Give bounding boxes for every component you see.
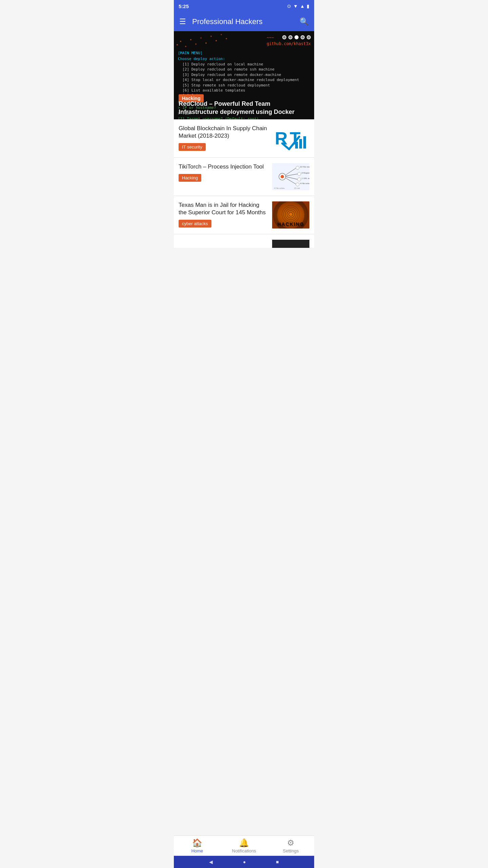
- svg-text:1 URL access: 1 URL access: [302, 177, 309, 179]
- article-thumb-3: HACKING: [272, 201, 309, 229]
- list-item[interactable]: Global Blockchain In Supply Chain Market…: [174, 119, 314, 158]
- svg-text:8 Registry key accesses: 8 Registry key accesses: [302, 172, 309, 174]
- article-content-1: Global Blockchain In Supply Chain Market…: [179, 125, 268, 151]
- app-title: Professional Hackers: [192, 17, 300, 26]
- dot-3: [294, 35, 299, 39]
- article-list: Global Blockchain In Supply Chain Market…: [174, 119, 314, 248]
- svg-point-38: [284, 207, 298, 221]
- svg-text:15 net: 15 net: [294, 187, 300, 189]
- rt-logo-svg: R T: [272, 125, 309, 152]
- svg-text:10 File reads: 10 File reads: [300, 166, 309, 168]
- svg-point-5: [200, 37, 202, 39]
- article-content-2: TikiTorch – Process Injection Tool Hacki…: [179, 163, 268, 182]
- list-item[interactable]: Texas Man is in Jail for Hacking the Sup…: [174, 196, 314, 234]
- svg-point-7: [210, 36, 212, 37]
- hacking-svg: HACKING: [272, 201, 309, 229]
- svg-point-3: [190, 39, 191, 40]
- terminal-choose: Choose deploy action:: [178, 56, 310, 62]
- status-bar: 5:25 ⊙ ▼ ▲ ▮: [174, 0, 314, 12]
- svg-point-1: [180, 41, 181, 42]
- hacking-image: HACKING: [272, 201, 309, 229]
- svg-rect-14: [295, 142, 298, 149]
- svg-point-27: [296, 183, 299, 186]
- list-item-partial: [174, 234, 314, 248]
- article-thumb-1: R T: [272, 125, 309, 152]
- hero-title: RedCloud – Powerful Red Team Infrastruct…: [179, 100, 309, 116]
- battery-icon: ▮: [307, 3, 309, 9]
- svg-point-10: [226, 38, 227, 39]
- svg-point-2: [185, 46, 186, 47]
- app-bar: ☰ Professional Hackers 🔍: [174, 12, 314, 31]
- search-icon[interactable]: 🔍: [300, 17, 309, 26]
- article-tag-1[interactable]: IT security: [179, 143, 206, 151]
- dot-2: [288, 35, 292, 39]
- svg-point-19: [281, 175, 284, 178]
- svg-rect-41: [272, 240, 309, 248]
- dot-1: [282, 35, 286, 39]
- article-thumb-2: 10 File reads 8 Registry key accesses 1 …: [272, 163, 309, 190]
- hero-banner[interactable]: ~~~github.com/khast3x [MAIN MENU] Choose…: [174, 31, 314, 119]
- svg-rect-15: [299, 139, 302, 149]
- list-item[interactable]: TikiTorch – Process Injection Tool Hacki…: [174, 158, 314, 196]
- status-icons: ⊙ ▼ ▲ ▮: [287, 3, 309, 9]
- article-content-3: Texas Man is in Jail for Hacking the Sup…: [179, 201, 268, 228]
- svg-rect-34: [272, 201, 309, 229]
- menu-icon[interactable]: ☰: [179, 17, 186, 26]
- svg-text:HACKING: HACKING: [277, 221, 304, 227]
- partial-thumb: [272, 240, 309, 248]
- svg-rect-16: [303, 136, 306, 149]
- terminal-user: [?] Target username? (Default: root): [178, 116, 310, 119]
- terminal-options: [1] Deploy redcloud on local machine [2]…: [178, 62, 310, 98]
- svg-point-35: [289, 212, 293, 216]
- partial-svg: [272, 240, 309, 248]
- svg-point-39: [282, 205, 300, 223]
- svg-point-4: [195, 43, 197, 45]
- scatter-decoration: [174, 31, 314, 52]
- wifi-icon: ▼: [293, 3, 298, 9]
- tikitorch-svg: 10 File reads 8 Registry key accesses 1 …: [272, 163, 309, 190]
- article-title-1: Global Blockchain In Supply Chain Market…: [179, 125, 268, 140]
- at-icon: ⊙: [287, 3, 291, 9]
- svg-point-37: [285, 209, 296, 220]
- svg-point-24: [296, 166, 299, 170]
- svg-point-25: [298, 172, 301, 176]
- signal-icon: ▲: [300, 3, 305, 9]
- hero-dots: [282, 35, 311, 39]
- svg-point-36: [287, 211, 294, 218]
- article-title-2: TikiTorch – Process Injection Tool: [179, 163, 268, 171]
- svg-text:4 File writes: 4 File writes: [274, 187, 285, 189]
- svg-point-8: [216, 40, 217, 41]
- dot-5: [307, 35, 311, 39]
- svg-point-6: [205, 42, 207, 44]
- article-title-3: Texas Man is in Jail for Hacking the Sup…: [179, 201, 268, 216]
- svg-point-0: [177, 44, 178, 45]
- svg-point-26: [298, 178, 301, 181]
- article-tag-2[interactable]: Hacking: [179, 174, 201, 182]
- article-tag-3[interactable]: cyber attacks: [179, 220, 211, 228]
- svg-point-9: [221, 34, 222, 35]
- svg-text:4 File writes: 4 File writes: [300, 182, 309, 184]
- status-time: 5:25: [179, 3, 189, 9]
- dot-4: [301, 35, 305, 39]
